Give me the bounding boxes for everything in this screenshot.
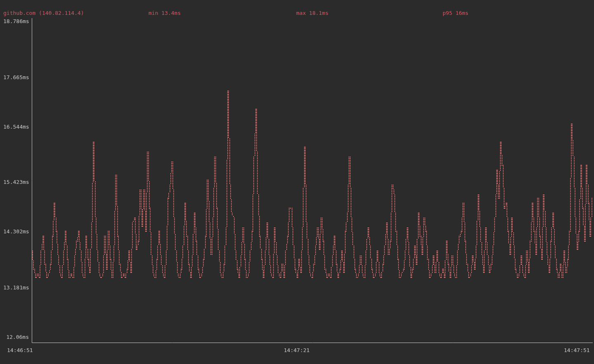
stat-min: min 13.4ms	[148, 10, 181, 16]
y-axis-tick: 13.181ms	[3, 284, 29, 291]
y-axis-tick: 15.423ms	[3, 179, 29, 186]
y-axis-tick: 18.786ms	[3, 18, 29, 25]
y-axis-tick: 14.302ms	[3, 228, 29, 235]
stat-p95: p95 16ms	[443, 10, 469, 16]
host-label: github.com (140.82.114.4)	[3, 10, 84, 16]
x-axis-tick-middle: 14:47:21	[284, 347, 310, 354]
gping-terminal: github.com (140.82.114.4) min 13.4ms max…	[0, 0, 594, 364]
y-axis-tick: 12.06ms	[3, 334, 29, 341]
stat-max: max 18.1ms	[296, 10, 328, 16]
latency-line-chart	[0, 0, 594, 364]
y-axis-tick: 17.665ms	[3, 74, 29, 81]
x-axis-tick-end: 14:47:51	[564, 347, 590, 354]
x-axis-tick-start: 14:46:51	[7, 347, 33, 354]
y-axis-tick: 16.544ms	[3, 124, 29, 130]
